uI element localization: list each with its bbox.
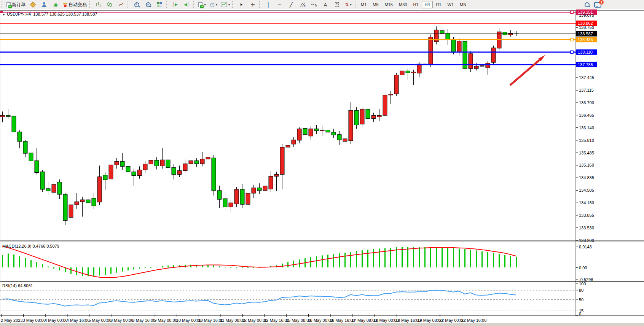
candle[interactable] [383, 95, 387, 115]
candle[interactable] [389, 94, 393, 95]
vertical-line-button[interactable]: │ [263, 0, 274, 9]
candle[interactable] [57, 182, 62, 194]
candle[interactable] [63, 194, 67, 221]
candle[interactable] [354, 110, 359, 125]
candle[interactable] [480, 65, 484, 66]
candle[interactable] [18, 132, 22, 142]
candle[interactable] [103, 175, 107, 180]
candle[interactable] [217, 191, 222, 199]
candle[interactable] [280, 147, 284, 175]
candle[interactable] [172, 167, 176, 174]
auto-scroll-button[interactable]: │▶ [169, 0, 181, 9]
candle[interactable] [366, 109, 370, 118]
candle[interactable] [115, 161, 119, 165]
candle[interactable] [337, 135, 341, 140]
candle[interactable] [417, 64, 421, 73]
candle[interactable] [320, 130, 324, 131]
arrows-button[interactable]: ⇅ ▾ [343, 0, 354, 9]
hline-handle[interactable] [571, 38, 573, 41]
candlestick-chart-button[interactable] [104, 0, 115, 9]
timeframe-W1[interactable]: W1 [445, 1, 457, 8]
candle[interactable] [400, 71, 404, 75]
candle[interactable] [229, 203, 233, 207]
candle[interactable] [429, 37, 433, 65]
candle[interactable] [292, 140, 296, 144]
indicators-button[interactable]: ▾ [219, 0, 231, 9]
candle[interactable] [223, 199, 227, 207]
candle[interactable] [246, 193, 250, 204]
timeframe-M15[interactable]: M15 [382, 1, 395, 8]
signals-button[interactable]: ◉ [50, 0, 61, 9]
candle[interactable] [349, 110, 353, 141]
candle[interactable] [29, 153, 33, 161]
timeframe-M5[interactable]: M5 [370, 1, 381, 8]
candle[interactable] [0, 115, 5, 117]
candle[interactable] [509, 33, 513, 35]
candle[interactable] [269, 177, 273, 189]
candle[interactable] [80, 200, 84, 202]
zoom-in-button[interactable]: + [131, 0, 142, 9]
candle[interactable] [155, 160, 159, 166]
candle[interactable] [194, 161, 199, 164]
candle[interactable] [137, 170, 142, 175]
trendline-button[interactable]: ╱ [285, 0, 297, 9]
candle[interactable] [109, 165, 113, 179]
market-depth-button[interactable] [27, 0, 38, 9]
candle[interactable] [360, 109, 364, 124]
candle[interactable] [411, 72, 416, 73]
candle[interactable] [303, 129, 307, 135]
chat-icon[interactable]: 1 [594, 2, 601, 8]
candle[interactable] [234, 189, 239, 204]
autotrade-button[interactable]: 自动交易 [61, 0, 88, 9]
chart-title[interactable]: ▼USDJPY-,H4 138.577 138.625 138.537 138.… [2, 12, 97, 16]
candle[interactable] [92, 198, 96, 206]
candle[interactable] [309, 129, 313, 136]
candle[interactable] [406, 71, 410, 73]
candle[interactable] [326, 130, 330, 132]
candle[interactable] [377, 115, 381, 117]
channel-button[interactable]: E [297, 0, 308, 9]
candle[interactable] [394, 75, 399, 94]
timeframe-M1[interactable]: M1 [358, 1, 369, 8]
profiles-button[interactable]: ◷ ▾ [208, 0, 219, 9]
candle[interactable] [314, 129, 319, 131]
candle[interactable] [286, 145, 290, 147]
candle[interactable] [69, 205, 73, 217]
candle[interactable] [297, 129, 301, 140]
candle[interactable] [12, 116, 16, 132]
candle[interactable] [46, 189, 50, 191]
candle[interactable] [126, 166, 130, 172]
search-icon[interactable] [585, 2, 590, 7]
candle[interactable] [183, 164, 187, 170]
timeframe-H4[interactable]: H4 [422, 1, 432, 8]
candle[interactable] [86, 200, 90, 203]
timeframe-H1[interactable]: H1 [410, 1, 421, 8]
candle[interactable] [160, 160, 164, 166]
hline-handle[interactable] [571, 51, 573, 53]
candle[interactable] [274, 175, 279, 177]
candle[interactable] [149, 160, 153, 164]
candle[interactable] [503, 32, 507, 35]
new-order-button[interactable]: + 新订单 [5, 0, 27, 9]
candle[interactable] [97, 177, 102, 202]
candle[interactable] [200, 159, 204, 164]
text-label-button[interactable]: T [331, 0, 343, 9]
candle[interactable] [474, 66, 478, 68]
crosshair-button[interactable]: + [247, 0, 258, 9]
candle[interactable] [212, 158, 216, 191]
fibonacci-button[interactable]: F [308, 0, 320, 9]
hline-handle[interactable] [571, 11, 573, 13]
candle[interactable] [75, 202, 79, 205]
timeframe-M30[interactable]: M30 [396, 1, 410, 8]
candle[interactable] [166, 160, 170, 167]
candle[interactable] [177, 170, 182, 174]
candle[interactable] [343, 139, 347, 142]
candle[interactable] [257, 188, 261, 191]
community-button[interactable] [38, 0, 50, 9]
timeframe-D1[interactable]: D1 [434, 1, 444, 8]
candle[interactable] [457, 41, 461, 52]
candle[interactable] [132, 172, 136, 176]
candle[interactable] [440, 30, 444, 33]
candle[interactable] [206, 157, 210, 159]
candle[interactable] [35, 161, 39, 172]
